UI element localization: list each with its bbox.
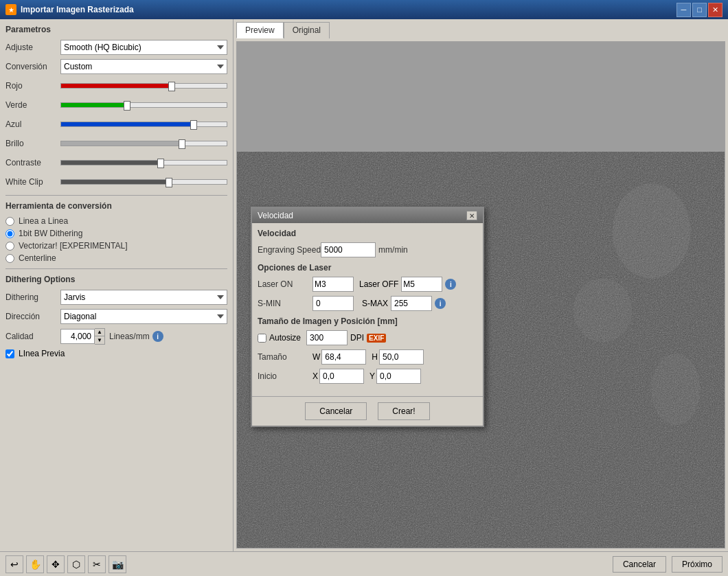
radio-1bit-item[interactable]: 1bit BW Dithering: [5, 229, 227, 238]
conversion-tool-group: Linea a Linea 1bit BW Dithering Vectoriz…: [5, 216, 227, 263]
smin-input[interactable]: [312, 296, 354, 311]
divider-2: [5, 268, 227, 269]
minimize-button[interactable]: ─: [676, 3, 691, 17]
adjuste-label: Adjuste: [5, 43, 60, 52]
dithering-select[interactable]: Jarvis Floyd-Steinberg Atkinson Sierra N…: [60, 290, 227, 305]
autosize-checkbox[interactable]: [258, 334, 266, 343]
verde-row: Verde: [5, 97, 227, 113]
laser-on-select[interactable]: M3 M4 M8: [312, 277, 354, 292]
calidad-info-icon[interactable]: i: [152, 331, 163, 342]
brillo-row: Brillo: [5, 136, 227, 151]
tool-select-button[interactable]: ⬡: [67, 555, 85, 573]
linea-previa-checkbox[interactable]: [5, 349, 14, 358]
divider-1: [5, 195, 227, 196]
adjuste-control: Smooth (HQ Bicubic) Fast Bilinear Bicubi…: [60, 40, 227, 55]
contraste-slider-container: [60, 155, 227, 170]
verde-label: Verde: [5, 100, 60, 110]
maximize-button[interactable]: □: [692, 3, 707, 17]
bottom-toolbar: ↩ ✋ ✥ ⬡ ✂ 📷 Cancelar Próximo: [0, 551, 728, 576]
window-title: Importar Imagen Rasterizada: [21, 5, 676, 14]
brillo-fill: [61, 141, 182, 146]
conversion-row: Conversión Custom None Grayscale Black/W…: [5, 59, 227, 74]
smax-input[interactable]: [391, 296, 432, 311]
modal-close-button[interactable]: ✕: [466, 211, 477, 220]
radio-1bit[interactable]: [5, 229, 14, 238]
app-icon: ★: [5, 4, 16, 15]
modal-cancelar-button[interactable]: Cancelar: [305, 402, 367, 420]
h-label: H: [372, 352, 378, 362]
tab-preview[interactable]: Preview: [236, 22, 284, 38]
rojo-row: Rojo: [5, 78, 227, 93]
linea-previa-label: LInea Previa: [19, 349, 65, 358]
azul-label: Azul: [5, 119, 60, 129]
verde-fill: [61, 103, 127, 107]
calidad-up-button[interactable]: ▲: [95, 329, 104, 336]
engraving-speed-row: Engraving Speed 5000 mm/min: [258, 242, 477, 257]
linea-previa-checkbox-item[interactable]: LInea Previa: [5, 349, 227, 358]
whiteclip-thumb[interactable]: [166, 178, 172, 187]
smax-label: S-MAX: [362, 299, 388, 308]
tool-back-button[interactable]: ↩: [5, 555, 23, 573]
radio-vectorizar[interactable]: [5, 242, 14, 251]
tool-cut-button[interactable]: ✂: [88, 555, 106, 573]
left-panel: Parametros Adjuste Smooth (HQ Bicubic) F…: [0, 19, 234, 551]
close-button[interactable]: ✕: [708, 3, 723, 17]
dpi-label: DPI: [350, 333, 364, 343]
radio-centerline-item[interactable]: Centerline: [5, 253, 227, 263]
rojo-slider-container: [60, 78, 227, 93]
adjuste-select[interactable]: Smooth (HQ Bicubic) Fast Bilinear Bicubi…: [60, 40, 227, 55]
x-label: X: [312, 371, 318, 381]
modal-crear-button[interactable]: Crear!: [378, 402, 429, 420]
brillo-thumb[interactable]: [179, 139, 185, 149]
smin-smax-row: S-MIN S-MAX i: [258, 296, 477, 311]
modal-laser-title: Opciones de Laser: [258, 263, 477, 273]
dpi-input[interactable]: [306, 330, 348, 345]
azul-slider-container: [60, 117, 227, 132]
proximo-button[interactable]: Próximo: [672, 556, 723, 573]
rojo-thumb[interactable]: [168, 82, 175, 91]
radio-centerline[interactable]: [5, 254, 14, 263]
height-input[interactable]: 50,0: [379, 349, 424, 365]
radio-1bit-label: 1bit BW Dithering: [19, 229, 82, 238]
laser-info-icon[interactable]: i: [445, 279, 456, 290]
verde-thumb[interactable]: [124, 101, 130, 111]
toolbar-actions: Cancelar Próximo: [613, 556, 723, 573]
x-input[interactable]: 0,0: [319, 369, 364, 384]
modal-body: Velocidad Engraving Speed 5000 mm/min Op…: [252, 223, 483, 393]
tool-move-button[interactable]: ✥: [47, 555, 65, 573]
main-container: Parametros Adjuste Smooth (HQ Bicubic) F…: [0, 19, 728, 551]
calidad-input[interactable]: [60, 329, 95, 344]
width-input[interactable]: 68,4: [321, 349, 366, 365]
modal-overlay: Velocidad ✕ Velocidad Engraving Speed 50…: [237, 42, 725, 548]
radio-vectorizar-item[interactable]: Vectorizar! [EXPERIMENTAL]: [5, 241, 227, 251]
whiteclip-row: White Clip: [5, 174, 227, 189]
tamano-wh-row: Tamaño W 68,4 H 50,0: [258, 349, 477, 365]
verde-track: [60, 102, 227, 108]
tab-original[interactable]: Original: [284, 22, 330, 38]
modal-dialog: Velocidad ✕ Velocidad Engraving Speed 50…: [251, 207, 484, 427]
cancelar-button[interactable]: Cancelar: [613, 556, 666, 573]
right-panel: Preview Original: [234, 19, 728, 551]
autosize-row: Autosize DPI EXIF: [258, 330, 477, 345]
laser-off-select[interactable]: M5 M9 M10: [401, 277, 442, 292]
direccion-select[interactable]: Diagonal Horizontal Vertical: [60, 309, 227, 324]
laser-on-label: Laser ON: [258, 279, 312, 289]
tool-hand-button[interactable]: ✋: [26, 555, 44, 573]
calidad-spinner: ▲ ▼: [60, 328, 105, 345]
y-input[interactable]: 0,0: [376, 369, 421, 384]
azul-thumb[interactable]: [190, 120, 197, 130]
contraste-label: Contraste: [5, 158, 60, 168]
calidad-down-button[interactable]: ▼: [95, 336, 104, 344]
engraving-speed-input[interactable]: 5000: [321, 242, 376, 257]
conversion-select[interactable]: Custom None Grayscale Black/White: [60, 59, 227, 74]
rojo-fill: [61, 84, 172, 88]
preview-area: Velocidad ✕ Velocidad Engraving Speed 50…: [236, 41, 725, 549]
laser-on-off-row: Laser ON M3 M4 M8 Laser OFF M5 M9 M10: [258, 277, 477, 292]
contraste-thumb[interactable]: [157, 159, 164, 168]
smax-info-icon[interactable]: i: [435, 298, 446, 309]
inicio-label: Inicio: [258, 371, 312, 381]
radio-linea[interactable]: [5, 217, 14, 226]
tool-camera-button[interactable]: 📷: [109, 555, 126, 573]
window-controls: ─ □ ✕: [676, 3, 723, 17]
radio-linea-item[interactable]: Linea a Linea: [5, 216, 227, 226]
